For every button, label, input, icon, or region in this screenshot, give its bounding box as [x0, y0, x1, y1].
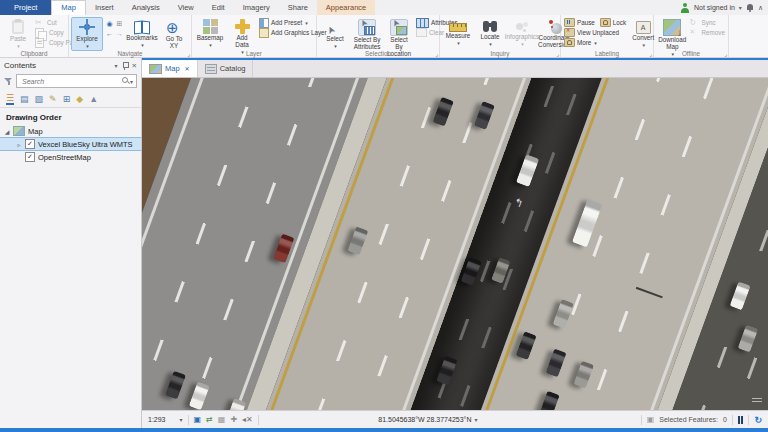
dropdown-caret-icon: ▾: [457, 40, 460, 46]
select-icon: [327, 19, 343, 35]
infographics-button[interactable]: Infographics▾: [506, 17, 538, 49]
list-by-perspective-icon[interactable]: ▲: [89, 94, 98, 104]
basemap-button[interactable]: Basemap▾: [194, 17, 226, 50]
pause-button[interactable]: Pause: [563, 18, 596, 27]
layer-row-openstreetmap[interactable]: OpenStreetMap: [0, 151, 141, 163]
more-button[interactable]: More▾: [563, 38, 598, 47]
select-by-attributes-button[interactable]: Select By Attributes: [351, 17, 383, 53]
next-extent-icon[interactable]: →: [115, 29, 124, 38]
layer-checkbox[interactable]: [25, 152, 35, 162]
dialog-launcher-icon[interactable]: ⌟: [435, 50, 438, 57]
flow-arrows-icon[interactable]: ⇄: [206, 415, 213, 424]
dropdown-caret-icon: ▾: [594, 40, 597, 46]
collapse-ribbon-icon[interactable]: [758, 4, 763, 12]
ribbon-tab-analysis[interactable]: Analysis: [123, 0, 169, 15]
ribbon-tab-project[interactable]: Project: [0, 0, 51, 15]
crosshair-icon[interactable]: ✛: [230, 415, 237, 424]
search-options-icon[interactable]: [130, 77, 133, 86]
ribbon-tab-share[interactable]: Share: [279, 0, 317, 15]
list-by-drawing-order-icon[interactable]: ☰: [6, 93, 14, 105]
notification-toast-icon[interactable]: [750, 396, 764, 406]
paste-button[interactable]: Paste▾: [2, 17, 34, 51]
close-pane-icon[interactable]: [132, 61, 137, 70]
list-by-selection-icon[interactable]: ▧: [35, 94, 44, 104]
remove-button[interactable]: Remove: [689, 28, 726, 37]
list-by-labeling-icon[interactable]: ◆: [76, 94, 83, 104]
map-canvas[interactable]: ↰: [142, 78, 768, 410]
mute-icon[interactable]: ◂✕: [242, 415, 253, 424]
copy-button[interactable]: Copy: [34, 28, 65, 37]
layer-row-vexcel-bluesky-ultra-wmts[interactable]: ▹Vexcel BlueSky Ultra WMTS: [0, 137, 141, 151]
measure-icon: [449, 23, 467, 32]
view-tab-catalog[interactable]: Catalog: [198, 60, 254, 77]
ribbon-tab-map[interactable]: Map: [51, 0, 86, 15]
scale-value[interactable]: 1:293: [148, 416, 166, 423]
pause-drawing-icon[interactable]: [738, 416, 744, 424]
cut-button[interactable]: Cut: [34, 18, 58, 27]
fixed-zoom-in-icon[interactable]: ⊞: [115, 19, 124, 28]
explore-button[interactable]: Explore▾: [71, 17, 103, 51]
previous-extent-icon[interactable]: ←: [105, 29, 114, 38]
layer-checkbox[interactable]: [25, 139, 35, 149]
coordinates-display[interactable]: 81.5045638°W 28.3774253°N: [378, 416, 477, 423]
close-tab-icon[interactable]: ✕: [185, 65, 190, 72]
lock-label: Lock: [613, 19, 626, 26]
dialog-launcher-icon[interactable]: ⌟: [556, 50, 559, 57]
refresh-icon[interactable]: [754, 415, 762, 425]
select-by-attributes-label: Select By Attributes: [354, 37, 381, 51]
sync-button[interactable]: Sync: [689, 18, 717, 27]
locate-button[interactable]: Locate▾: [474, 17, 506, 49]
download-map-label: Download Map: [658, 37, 686, 51]
ribbon-group-navigate: Explore▾◉⊞←→Bookmarks▾Go To XYNavigate⌟: [69, 15, 192, 57]
select-button[interactable]: Select▾: [319, 17, 351, 51]
measure-label: Measure: [446, 33, 471, 40]
pane-menu-icon[interactable]: [115, 61, 118, 70]
view-unplaced-button[interactable]: View Unplaced: [563, 28, 620, 37]
search-icon[interactable]: [122, 77, 130, 85]
grid-toggle-icon[interactable]: ▦: [218, 415, 226, 424]
scale-dropdown-icon[interactable]: [180, 416, 183, 423]
chevron-down-icon[interactable]: [739, 4, 742, 11]
expander-icon[interactable]: ▹: [16, 141, 22, 148]
dialog-launcher-icon[interactable]: ⌟: [649, 50, 652, 57]
infographics-label: Infographics: [505, 34, 539, 41]
layer-row-map[interactable]: ◢Map: [0, 125, 141, 137]
group-label-navigate: Navigate: [69, 50, 191, 57]
list-by-editing-icon[interactable]: ✎: [49, 94, 57, 104]
ribbon-tab-insert[interactable]: Insert: [86, 0, 123, 15]
ribbon-group-inquiry: Measure▾Locate▾Infographics▾Coordinate C…: [440, 15, 561, 57]
lock-button[interactable]: Lock: [599, 18, 627, 27]
dialog-launcher-icon[interactable]: ⌟: [187, 50, 190, 57]
list-by-data-source-icon[interactable]: ▤: [20, 94, 29, 104]
scale-control[interactable]: 1:293: [148, 416, 183, 423]
contents-pane-title: Contents: [4, 61, 111, 70]
signin-status[interactable]: Not signed in: [694, 4, 735, 11]
group-label-layer: Layer: [192, 50, 316, 57]
filter-icon[interactable]: [4, 77, 13, 86]
go-to-xy-button[interactable]: Go To XY: [158, 17, 190, 52]
ribbon-tab-imagery[interactable]: Imagery: [234, 0, 279, 15]
list-by-snapping-icon[interactable]: ⊞: [63, 94, 71, 104]
auto-hide-pin-icon[interactable]: [122, 62, 128, 70]
bookmarks-button[interactable]: Bookmarks▾: [126, 17, 158, 50]
view-tab-map[interactable]: Map✕: [142, 60, 198, 77]
tag-p-icon: [564, 18, 575, 27]
layer-tree: ◢Map▹Vexcel BlueSky Ultra WMTSOpenStreet…: [0, 125, 141, 163]
search-box[interactable]: [16, 74, 137, 88]
ribbon-tab-appearance[interactable]: Appearance: [317, 0, 375, 15]
add-data-icon: [235, 19, 250, 34]
ribbon-tab-view[interactable]: View: [169, 0, 203, 15]
expander-icon[interactable]: ◢: [4, 128, 10, 135]
dialog-launcher-icon[interactable]: ⌟: [724, 50, 727, 57]
coordinates-dropdown-icon[interactable]: [474, 416, 477, 423]
layout-toggle-icon[interactable]: ▣: [194, 415, 202, 424]
search-input[interactable]: [20, 77, 122, 86]
ribbon-tab-edit[interactable]: Edit: [203, 0, 234, 15]
add-preset-button[interactable]: Add Preset▾: [258, 18, 309, 27]
bell-icon[interactable]: [746, 3, 754, 12]
full-extent-icon[interactable]: ◉: [105, 19, 114, 28]
button-row: Sync: [689, 18, 726, 27]
measure-button[interactable]: Measure▾: [442, 17, 474, 48]
layer-label: Vexcel BlueSky Ultra WMTS: [38, 140, 133, 149]
more-label: More: [577, 39, 591, 46]
